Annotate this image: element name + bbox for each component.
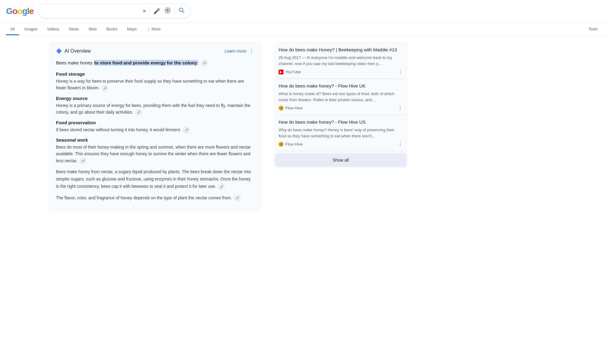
source-title-2: How do bees make honey? - Flow Hive UK: [279, 83, 403, 89]
svg-line-3: [182, 11, 184, 13]
show-all-button[interactable]: Show all: [275, 153, 406, 167]
clear-button[interactable]: ✕: [142, 8, 146, 14]
youtube-favicon-icon: ▶: [279, 70, 283, 74]
source-card-3[interactable]: How do bees make honey? - Flow Hive US W…: [275, 115, 406, 151]
ai-summary-sentence: Bees make honey to store food and provid…: [56, 59, 254, 67]
header: Google Why do bees make honey? ✕ 🎤: [0, 0, 608, 22]
ai-section-energy-source: Energy source Honey is a primary source …: [56, 96, 254, 116]
summary-link-icon[interactable]: 🔗: [201, 60, 207, 66]
source-meta-3: 🌿 Flow Hive ⋮: [279, 141, 403, 147]
source-info-2: 🌿 Flow Hive: [279, 106, 303, 111]
ai-section-title-1: Food storage: [56, 71, 254, 77]
source-snippet-1: 29 Aug 2017 — hi everyone i'm maddie and…: [279, 55, 403, 67]
flowhive-favicon-icon-2: 🌿: [279, 142, 283, 147]
ai-section-title-2: Energy source: [56, 96, 254, 101]
ai-paragraph-1: Bees make honey from nectar, a sugary li…: [56, 168, 254, 190]
ai-section-text-4: Bees do most of their honey-making in th…: [56, 144, 254, 164]
ai-overview-header: AI Overview Learn more ⋮: [56, 48, 254, 54]
source-cards-container: How do bees make Honey? | Beekeeping wit…: [274, 42, 408, 168]
section1-link-icon[interactable]: 🔗: [102, 85, 108, 91]
left-column: AI Overview Learn more ⋮ Bees make honey…: [49, 42, 262, 218]
source-title-1: How do bees make Honey? | Beekeeping wit…: [279, 46, 403, 53]
source-meta-1: ▶ YouTube ⋮: [279, 69, 403, 75]
card2-more-options-button[interactable]: ⋮: [398, 105, 403, 111]
card1-more-options-button[interactable]: ⋮: [398, 69, 403, 75]
source-meta-2: 🌿 Flow Hive ⋮: [279, 105, 403, 111]
svg-marker-4: [56, 48, 62, 54]
ai-overview: AI Overview Learn more ⋮ Bees make honey…: [49, 42, 262, 212]
search-bar: Why do bees make honey? ✕ 🎤: [38, 4, 190, 19]
ai-section-food-preservation: Food preservation If bees stored nectar …: [56, 120, 254, 133]
ai-section-title-4: Seasonal work: [56, 137, 254, 143]
nav-item-images[interactable]: Images: [20, 24, 42, 35]
source-card-2[interactable]: How do bees make honey? - Flow Hive UK W…: [275, 79, 406, 115]
right-column: How do bees make Honey? | Beekeeping wit…: [274, 42, 408, 218]
ai-section-food-storage: Food storage Honey is a way for bees to …: [56, 71, 254, 91]
ai-title-row: AI Overview: [56, 48, 91, 54]
section3-link-icon[interactable]: 🔗: [183, 127, 189, 133]
nav-item-more[interactable]: ⋮ More: [142, 24, 165, 35]
nav-tools[interactable]: Tools: [584, 24, 602, 35]
learn-more-button[interactable]: Learn more: [224, 49, 246, 53]
source-info-3: 🌿 Flow Hive: [279, 142, 303, 147]
ai-section-seasonal: Seasonal work Bees do most of their hone…: [56, 137, 254, 164]
divider: [149, 8, 150, 15]
search-input[interactable]: Why do bees make honey?: [43, 9, 139, 14]
para1-link-icon[interactable]: 🔗: [218, 184, 224, 190]
source-snippet-2: What is honey made of? Bees eat two type…: [279, 91, 403, 103]
ai-more-options-button[interactable]: ⋮: [249, 48, 254, 54]
ai-overview-title: AI Overview: [64, 48, 91, 54]
para2-link-icon[interactable]: 🔗: [234, 195, 240, 201]
ai-header-right: Learn more ⋮: [224, 48, 254, 54]
ai-section-text-3: If bees stored nectar without turning it…: [56, 126, 254, 133]
nav-item-maps[interactable]: Maps: [123, 24, 141, 35]
source-info-1: ▶ YouTube: [279, 70, 301, 74]
nav-item-web[interactable]: Web: [84, 24, 101, 35]
image-search-button[interactable]: [164, 6, 172, 16]
flowhive-favicon-icon-1: 🌿: [279, 106, 283, 111]
ai-section-text-2: Honey is a primary source of energy for …: [56, 102, 254, 116]
nav-item-all[interactable]: All: [6, 24, 19, 35]
nav-item-news[interactable]: News: [65, 24, 83, 35]
source-card-1[interactable]: How do bees make Honey? | Beekeeping wit…: [275, 43, 406, 79]
divider2: [175, 8, 175, 15]
source-name-3: Flow Hive: [285, 142, 303, 146]
svg-point-1: [167, 9, 169, 11]
ai-section-text-1: Honey is a way for bees to preserve thei…: [56, 78, 254, 91]
ai-section-title-3: Food preservation: [56, 120, 254, 125]
source-title-3: How do bees make honey? - Flow Hive US: [279, 119, 403, 125]
section4-link-icon[interactable]: 🔗: [80, 158, 86, 164]
highlighted-phrase: to store food and provide energy for the…: [94, 60, 198, 66]
voice-search-button[interactable]: 🎤: [153, 7, 161, 15]
card3-more-options-button[interactable]: ⋮: [398, 141, 403, 147]
search-button[interactable]: [178, 7, 185, 15]
ai-paragraph-2: The flavor, color, and fragrance of hone…: [56, 194, 254, 202]
ai-diamond-icon: [56, 48, 62, 54]
source-name-2: Flow Hive: [285, 106, 303, 110]
nav-item-books[interactable]: Books: [102, 24, 122, 35]
google-logo[interactable]: Google: [6, 6, 33, 16]
main-content: AI Overview Learn more ⋮ Bees make honey…: [0, 36, 426, 224]
source-snippet-3: Why do bees make honey? Honey is bees' w…: [279, 127, 403, 139]
source-name-1: YouTube: [285, 70, 301, 74]
search-nav: All Images Videos News Web Books Maps ⋮ …: [0, 22, 608, 36]
section2-link-icon[interactable]: 🔗: [136, 109, 142, 115]
nav-item-videos[interactable]: Videos: [43, 24, 64, 35]
